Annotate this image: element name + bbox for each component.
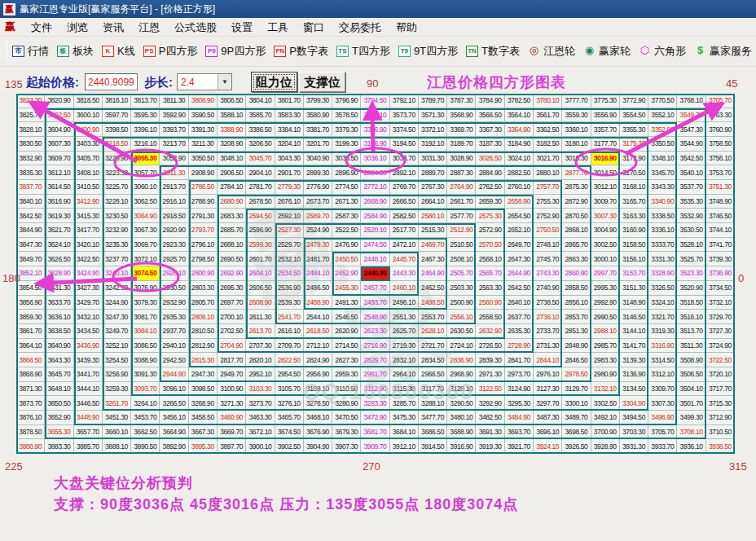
grid-cell: 2510.50: [447, 238, 476, 253]
grid-cell: 3787.30: [447, 94, 476, 108]
grid-cell: 3367.30: [476, 122, 504, 137]
grid-cell: 3091.30: [131, 367, 160, 382]
grid-cell: 3823.30: [16, 94, 45, 108]
grid-cell: 3532.90: [677, 209, 705, 223]
grid-cell: 3249.70: [103, 324, 131, 339]
menu-item-设置[interactable]: 设置: [224, 19, 260, 36]
grid-cell: 3676.90: [304, 425, 332, 440]
menu-item-帮助[interactable]: 帮助: [389, 19, 424, 36]
grid-cell: 2815.30: [189, 353, 218, 367]
chevron-down-icon[interactable]: ▼: [218, 74, 231, 90]
toolbar-item-t-table[interactable]: TNT数字表: [466, 44, 520, 59]
menu-item-浏览[interactable]: 浏览: [59, 19, 95, 36]
menu-item-公式选股[interactable]: 公式选股: [167, 19, 224, 36]
start-price-label: 起始价格:: [26, 75, 79, 90]
menu-item-工具[interactable]: 工具: [260, 19, 296, 36]
toolbar-item-sectors[interactable]: 板板块: [57, 44, 94, 59]
grid-cell: 2608.90: [246, 296, 275, 310]
grid-cell: 3192.10: [419, 137, 447, 152]
grid-cell: 2714.50: [332, 339, 361, 354]
grid-cell: 3592.90: [160, 108, 188, 123]
grid-cell: 2848.90: [562, 339, 591, 354]
grid-cell: 2486.50: [304, 281, 332, 296]
toolbar-item-t-square[interactable]: TST四方形: [336, 44, 390, 59]
step-value: 2.4: [178, 74, 218, 90]
grid-cell: 3398.50: [103, 122, 131, 137]
start-price-input[interactable]: [85, 73, 138, 90]
grid-cell: 3391.30: [189, 122, 218, 137]
grid-cell: 3309.70: [648, 382, 677, 397]
toolbar-item-quotes[interactable]: 市行情: [12, 44, 49, 59]
grid-cell: 2844.10: [534, 353, 562, 367]
grid-cell: 3381.70: [304, 122, 332, 137]
grid-cell: 3261.70: [103, 396, 131, 411]
axis-label-135: 135: [5, 78, 23, 90]
menu-item-江恩[interactable]: 江恩: [131, 19, 167, 36]
toolbar-item-hexagon[interactable]: ⬡六角形: [639, 44, 686, 59]
toolbar-item-p-square[interactable]: PSP四方形: [143, 44, 198, 59]
grid-cell: 2721.70: [419, 339, 447, 354]
grid-cell: 3064.90: [131, 209, 160, 223]
grid-cell: 2913.70: [160, 180, 188, 195]
grid-cell: 3460.90: [218, 411, 246, 425]
grid-cell: 2604.10: [246, 266, 275, 281]
grid-cell: 3028.90: [447, 152, 476, 166]
grid-cell: 3326.50: [648, 281, 677, 296]
grid-cell: 3115.30: [390, 382, 419, 397]
grid-cell: 2716.90: [361, 339, 389, 354]
grid-cell: 3153.70: [620, 266, 648, 281]
resistance-button[interactable]: 阻力位: [251, 72, 297, 92]
menu-item-文件[interactable]: 文件: [24, 19, 59, 36]
menu-item-交易委托[interactable]: 交易委托: [332, 19, 389, 36]
grid-cell: 3093.70: [131, 382, 160, 397]
grid-cell: 3897.70: [218, 439, 246, 454]
toolbar-item-kline[interactable]: KK线: [102, 44, 135, 59]
grid-cell: 3568.90: [447, 108, 476, 123]
toolbar-item-9t-square[interactable]: T99T四方形: [398, 44, 458, 59]
chart-title: 江恩价格四方形图表: [427, 73, 566, 92]
toolbar-label: 9P四方形: [221, 44, 266, 59]
grid-cell: 3242.50: [103, 281, 131, 296]
toolbar-item-service[interactable]: $赢家服务: [694, 44, 752, 59]
grid-cell: 3494.50: [620, 411, 648, 425]
grid-cell: 3393.70: [160, 122, 188, 137]
grid-cell: 2968.90: [447, 367, 476, 382]
grid-cell: 3372.10: [419, 122, 447, 137]
grid-cell: 3228.10: [103, 195, 131, 209]
grid-cell: 3415.30: [74, 209, 103, 223]
grid-cell: 3724.90: [706, 339, 735, 354]
grid-cell: 2896.90: [332, 165, 361, 180]
menu-item-资讯[interactable]: 资讯: [95, 19, 131, 36]
grid-cell: 3314.50: [648, 353, 677, 367]
toolbar-item-p-table[interactable]: PNP数字表: [274, 44, 328, 59]
grid-cell: 3679.30: [332, 425, 361, 440]
app-window: 赢 赢家江恩专业版[赢家服务平台] - [价格正方形] 赢 文件浏览资讯江恩公式…: [0, 0, 756, 541]
grid-cell: 3864.10: [16, 339, 45, 354]
grid-cell: 2709.70: [275, 339, 304, 354]
toolbar-item-9p-square[interactable]: P99P四方形: [205, 44, 266, 59]
grid-cell: 2834.50: [419, 353, 447, 367]
grid-cell: 3523.30: [677, 266, 705, 281]
support-button[interactable]: 支撑位: [299, 72, 345, 92]
grid-cell: 3290.50: [447, 396, 476, 411]
step-combobox[interactable]: 2.4 ▼: [177, 73, 232, 90]
grid-cell: 3230.50: [103, 209, 131, 223]
grid-cell: 3763.30: [706, 108, 735, 123]
grid-cell: 2707.30: [246, 339, 275, 354]
grid-cell: 2906.50: [218, 165, 246, 180]
grid-cell: 3352.90: [648, 122, 677, 137]
grid-cell: 2880.10: [534, 165, 562, 180]
toolbar-item-winner-wheel[interactable]: ◉赢家轮: [583, 44, 631, 59]
grid-cell: 3240.10: [103, 266, 131, 281]
grid-cell: 2498.50: [419, 296, 447, 310]
grid-cell: 3777.70: [562, 94, 591, 108]
grid-cell: 2529.70: [275, 238, 304, 253]
grid-cell: 2980.90: [591, 367, 620, 382]
grid-cell: 3669.70: [218, 425, 246, 440]
grid-cell: 3926.50: [562, 439, 591, 454]
grid-cell: 2589.70: [304, 209, 332, 223]
grid-cell: 2611.30: [246, 310, 275, 324]
toolbar-item-gann-wheel[interactable]: ◎江恩轮: [528, 44, 575, 59]
grid-cell: 3019.30: [562, 152, 591, 166]
menu-item-窗口[interactable]: 窗口: [296, 19, 332, 36]
